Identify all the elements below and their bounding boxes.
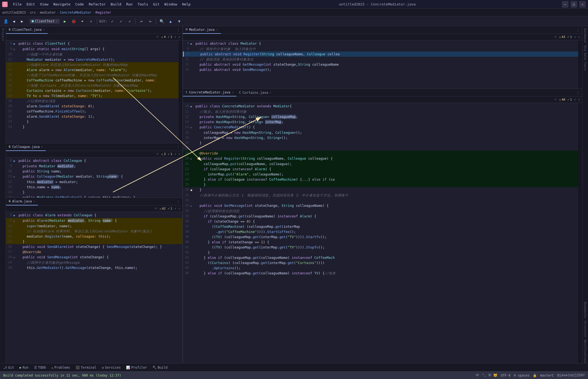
colleague-expand-8[interactable]: ▶ — [14, 159, 15, 162]
alarm-line-14: 14 public void SendAlarm(int stateChange… — [6, 244, 182, 249]
sidebar-structure[interactable]: Structure — [583, 321, 587, 337]
colleague-nav-down[interactable]: ∨ — [178, 152, 180, 156]
menu-navigate[interactable]: Navigate — [51, 2, 73, 7]
tab-close-curtains[interactable]: ✕ — [270, 91, 271, 94]
mediator-eye-icon: 👁 — [554, 35, 557, 39]
breadcrumb-method[interactable]: Register — [96, 11, 111, 14]
client-test-minimap — [179, 40, 182, 143]
menu-tools[interactable]: Tools — [135, 2, 150, 7]
git-check-3[interactable]: ✓ — [126, 18, 133, 25]
colleague-nav-up[interactable]: ∧ — [174, 152, 176, 156]
breadcrumb-src[interactable]: src — [30, 11, 36, 14]
maximize-button[interactable]: □ — [571, 1, 577, 8]
git-check-1[interactable]: ✓ — [109, 18, 116, 25]
bookmark-up-button[interactable]: ▲ — [167, 18, 174, 25]
tab-close-mediator[interactable]: ✕ — [216, 28, 218, 31]
title-bar: ⚡ File Edit View Navigate Code Refactor … — [0, 0, 588, 9]
menu-code[interactable]: Code — [73, 2, 86, 7]
menu-edit[interactable]: Edit — [24, 2, 37, 7]
alarm-line-18: 18▶ public void SendMessage(int stateCha… — [6, 254, 182, 260]
alarm-nav-down[interactable]: ∨ — [178, 207, 180, 210]
git-btn[interactable]: ⎇ Git — [2, 366, 15, 369]
breadcrumb-project[interactable]: untitled2023 — [2, 11, 26, 14]
sidebar-bookmarks[interactable]: Bookmarks — [583, 302, 587, 318]
run-btn[interactable]: ▶ Run — [19, 366, 30, 369]
git-check-2[interactable]: ✓ — [117, 18, 124, 25]
tab-alarm[interactable]: G Alarm.java ✕ — [6, 198, 38, 205]
profiler-btn[interactable]: 📊 Profiler — [125, 366, 148, 369]
breadcrumb-class[interactable]: ConcreteMediator — [60, 11, 91, 14]
run-button[interactable]: ▶ — [61, 18, 68, 25]
undo-button[interactable]: ↩ — [138, 18, 145, 25]
profile-run-button[interactable]: ⚡ — [87, 18, 94, 25]
alarm-editor: G Alarm.java ✕ ⋮ 👁 ⚠A2 — [6, 198, 182, 363]
tab-more-btn[interactable]: ⋮ — [174, 28, 182, 32]
tab-curtains[interactable]: C Curtains.java ✕ — [236, 89, 274, 96]
colleague-tab-more[interactable]: ⋮ — [174, 145, 182, 149]
nav-up-icon[interactable]: ∧ — [174, 35, 176, 39]
alarm-tab-more[interactable]: ⋮ — [174, 199, 182, 204]
tab-icon-g: G — [9, 28, 11, 31]
coverage-button[interactable]: ☂ — [79, 18, 86, 25]
menu-git[interactable]: Git — [151, 2, 161, 7]
minimize-button[interactable]: — — [562, 1, 568, 8]
tab-close-client-test[interactable]: ✕ — [43, 28, 45, 31]
build-btn[interactable]: 🔨 Build — [151, 366, 169, 369]
tab-close-colleague[interactable]: ✕ — [41, 145, 43, 148]
run-config-selector[interactable]: ClientTest ▾ — [29, 19, 60, 24]
menu-build[interactable]: Build — [109, 2, 124, 7]
tab-close-alarm[interactable]: ✕ — [33, 200, 35, 203]
todo-btn[interactable]: ☰ TODO — [33, 366, 47, 369]
code-line-8: 8 ▶ public class ClientTest { — [6, 41, 179, 46]
forward-btn[interactable]: ▶ — [19, 18, 26, 25]
terminal-btn[interactable]: ⬛ Terminal — [75, 366, 98, 369]
mediator-nav-up[interactable]: ∧ — [574, 35, 576, 39]
close-button[interactable]: ✕ — [579, 1, 586, 8]
status-lang-indicator[interactable]: 中 — [476, 373, 479, 378]
sidebar-bigdata[interactable]: Big Data Tools — [583, 46, 587, 71]
sidebar-notifications[interactable]: Notifications — [583, 340, 587, 363]
profile-btn[interactable]: 👤 — [2, 18, 9, 25]
menu-refactor[interactable]: Refactor — [87, 2, 108, 7]
menu-run[interactable]: Run — [124, 2, 135, 7]
debug-button[interactable]: 🐞 — [70, 18, 77, 25]
bookmark-down-button[interactable]: ▼ — [176, 18, 183, 25]
search-button[interactable]: 🔍 — [158, 18, 165, 25]
tab-close-concrete[interactable]: ✕ — [232, 91, 234, 94]
alarm-line-11: 11 // 在创建Alarm 对事对时, 将自己放入到ConcreteMedia… — [6, 229, 182, 234]
sidebar-database[interactable]: Database — [583, 28, 587, 43]
menu-help[interactable]: Help — [180, 2, 193, 7]
breadcrumb-mediator[interactable]: mediator — [40, 11, 56, 14]
services-btn[interactable]: ◎ Services — [101, 366, 122, 369]
tab-mediator[interactable]: M Mediator.java ✕ — [183, 26, 221, 34]
menu-file[interactable]: File — [11, 2, 24, 7]
mediator-nav-down[interactable]: ∨ — [578, 35, 580, 39]
alarm-body: 8▶ public class Alarm extends Colleague … — [6, 212, 182, 363]
concrete-line-24: 24 } else if (colleague instanceof Coffe… — [183, 177, 578, 182]
menu-window[interactable]: Window — [162, 2, 179, 7]
nav-down-icon[interactable]: ∨ — [178, 35, 180, 39]
status-encoding[interactable]: UTF-8 — [501, 374, 510, 377]
concrete-line-45: 45 .UpCurtains(); — [183, 265, 578, 271]
status-branch[interactable]: masterC — [540, 374, 554, 377]
status-indent[interactable]: 4 spaces — [514, 374, 530, 377]
tab-client-test[interactable]: G ClientTest.java ✕ — [6, 26, 48, 34]
concrete-nav-down[interactable]: ∨ — [578, 98, 580, 101]
tab-concrete[interactable]: C ConcreteMediator.java ✕ — [183, 89, 236, 96]
tab-colleague[interactable]: G Colleague.java ✕ — [6, 143, 46, 151]
problems-btn[interactable]: ⚠ Problems — [50, 366, 71, 369]
back-btn[interactable]: ◀ — [10, 18, 17, 25]
menu-view[interactable]: View — [38, 2, 51, 7]
concrete-nav-up[interactable]: ∧ — [574, 98, 576, 101]
colleague-expand-15[interactable]: ▶ — [14, 196, 15, 198]
tab-label-mediator: Mediator.java — [189, 28, 215, 32]
alarm-nav-up[interactable]: ∧ — [174, 207, 176, 210]
redo-button[interactable]: ↪ — [146, 18, 154, 25]
mediator-tab-more[interactable]: ⋮ — [574, 28, 582, 32]
sidebar-project[interactable]: Project — [1, 28, 5, 41]
expand-arrow-8[interactable]: ▶ — [14, 42, 15, 45]
colleague-expand-11[interactable]: ▶ — [14, 175, 15, 178]
concrete-tab-more[interactable]: ⋮ — [574, 90, 582, 95]
client-test-tabs: G ClientTest.java ✕ ⋮ — [6, 26, 182, 34]
expand-arrow-9[interactable]: ▶ — [14, 48, 15, 51]
